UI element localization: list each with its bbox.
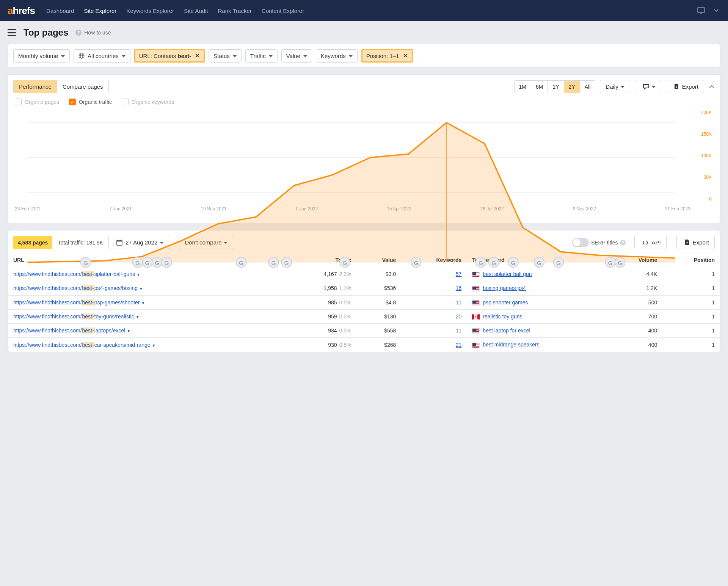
filter-traffic[interactable]: Traffic bbox=[245, 49, 278, 63]
filter-url-contains[interactable]: URL: Contains best-✕ bbox=[134, 49, 205, 63]
close-icon[interactable]: ✕ bbox=[195, 52, 200, 59]
granularity-dropdown[interactable]: Daily bbox=[600, 80, 630, 93]
table-row: https://www.findthisbest.com/best-car-sp… bbox=[8, 338, 720, 352]
legend-organic-pages[interactable]: Organic pages bbox=[15, 99, 59, 105]
range-1m[interactable]: 1M bbox=[515, 81, 531, 93]
caret-icon[interactable]: ▼ bbox=[139, 287, 143, 291]
cell-position: 1 bbox=[662, 338, 720, 352]
top-keyword-link[interactable]: boxing games ps4 bbox=[483, 285, 526, 291]
cell-volume: 700 bbox=[609, 309, 662, 323]
cell-traffic: 9850.5% bbox=[287, 295, 356, 309]
keywords-link[interactable]: 20 bbox=[456, 313, 462, 320]
nav-keywords-explorer[interactable]: Keywords Explorer bbox=[126, 8, 174, 14]
collapse-icon[interactable] bbox=[709, 84, 715, 90]
top-keyword-link[interactable]: psp shooter games bbox=[483, 299, 528, 306]
svg-text:G: G bbox=[414, 260, 418, 266]
range-6m[interactable]: 6M bbox=[531, 81, 548, 93]
monitor-icon[interactable] bbox=[697, 6, 705, 15]
cell-value: $4.8 bbox=[357, 295, 402, 309]
close-icon[interactable]: ✕ bbox=[403, 52, 408, 59]
svg-text:?: ? bbox=[77, 30, 80, 35]
svg-text:G: G bbox=[145, 260, 150, 266]
svg-text:G: G bbox=[155, 260, 159, 266]
nav-content-explorer[interactable]: Content Explorer bbox=[262, 8, 304, 14]
switch-icon[interactable] bbox=[572, 238, 589, 247]
table-row: https://www.findthisbest.com/best-psp-ga… bbox=[8, 295, 720, 309]
filter-keywords[interactable]: Keywords bbox=[316, 49, 358, 63]
logo[interactable]: ahrefs bbox=[8, 5, 35, 17]
caret-icon[interactable]: ▼ bbox=[127, 329, 130, 333]
url-link[interactable]: https://www.findthisbest.com/best-laptop… bbox=[13, 327, 125, 334]
cell-url: https://www.findthisbest.com/best-ps4-ga… bbox=[8, 281, 287, 295]
range-all[interactable]: All bbox=[580, 81, 595, 93]
caret-icon[interactable]: ▼ bbox=[152, 343, 156, 348]
checkbox-icon bbox=[122, 99, 129, 105]
svg-text:G: G bbox=[343, 260, 347, 266]
x-tick: 15 Apr 2022 bbox=[387, 206, 411, 216]
logo-rest: hrefs bbox=[13, 5, 35, 16]
cell-keywords: 11 bbox=[401, 295, 467, 309]
legend-organic-keywords[interactable]: Organic keywords bbox=[122, 99, 174, 105]
export-chart-button[interactable]: Export bbox=[666, 80, 704, 93]
keywords-link[interactable]: 11 bbox=[456, 299, 462, 306]
tab-compare-pages[interactable]: Compare pages bbox=[57, 80, 108, 93]
nav-site-explorer[interactable]: Site Explorer bbox=[84, 8, 116, 14]
chat-icon bbox=[643, 84, 650, 90]
range-1y[interactable]: 1Y bbox=[548, 81, 564, 93]
nav-dashboard[interactable]: Dashboard bbox=[46, 8, 74, 14]
filter-position[interactable]: Position: 1–1✕ bbox=[361, 49, 413, 63]
filter-monthly-volume[interactable]: Monthly volume bbox=[13, 49, 70, 63]
flag-icon bbox=[472, 328, 480, 334]
nav-site-audit[interactable]: Site Audit bbox=[184, 8, 208, 14]
flag-icon bbox=[472, 343, 480, 348]
x-tick: 21 Feb 2023 bbox=[665, 206, 690, 216]
top-keyword-link[interactable]: best midrange speakers bbox=[483, 342, 539, 348]
cell-traffic: 9300.5% bbox=[287, 338, 356, 352]
top-keyword-link[interactable]: realistic toy guns bbox=[483, 313, 522, 320]
url-link[interactable]: https://www.findthisbest.com/best-toy-gu… bbox=[13, 313, 134, 320]
svg-text:G: G bbox=[479, 260, 483, 266]
chart-settings-button[interactable] bbox=[635, 80, 661, 93]
how-to-use-link[interactable]: ? How to use bbox=[75, 29, 111, 36]
x-tick: 23 Feb 2021 bbox=[15, 206, 40, 216]
flag-icon bbox=[472, 286, 480, 291]
x-tick: 1 Jan 2022 bbox=[295, 206, 318, 216]
chart-legend: Organic pages Organic traffic Organic ke… bbox=[8, 93, 720, 108]
url-link[interactable]: https://www.findthisbest.com/best-ps4-ga… bbox=[13, 285, 138, 291]
caret-icon[interactable]: ▼ bbox=[136, 315, 140, 319]
y-tick: 200K bbox=[701, 110, 712, 115]
svg-text:G: G bbox=[556, 260, 561, 266]
caret-icon bbox=[303, 53, 307, 59]
filter-value[interactable]: Value bbox=[281, 49, 312, 63]
filter-status[interactable]: Status bbox=[209, 49, 242, 63]
hamburger-icon[interactable] bbox=[8, 29, 16, 36]
cell-volume: 1.2K bbox=[609, 281, 662, 295]
table-row: https://www.findthisbest.com/best-laptop… bbox=[8, 324, 720, 338]
top-keyword-link[interactable]: best laptop for excel bbox=[483, 327, 530, 334]
keywords-link[interactable]: 16 bbox=[456, 285, 462, 291]
svg-text:G: G bbox=[537, 260, 541, 266]
cell-volume: 500 bbox=[609, 295, 662, 309]
cell-url: https://www.findthisbest.com/best-car-sp… bbox=[8, 338, 287, 352]
cell-top-keyword: psp shooter games bbox=[467, 295, 609, 309]
svg-text:G: G bbox=[284, 260, 289, 266]
legend-organic-traffic[interactable]: Organic traffic bbox=[69, 99, 112, 105]
nav-rank-tracker[interactable]: Rank Tracker bbox=[218, 8, 252, 14]
filter-countries[interactable]: All countries bbox=[74, 49, 130, 63]
time-range-group: 1M 6M 1Y 2Y All bbox=[514, 80, 596, 93]
svg-text:G: G bbox=[618, 260, 622, 266]
cell-keywords: 16 bbox=[401, 281, 467, 295]
user-menu-caret[interactable] bbox=[712, 6, 720, 15]
caret-icon bbox=[233, 53, 237, 59]
tab-performance[interactable]: Performance bbox=[14, 80, 57, 93]
cell-url: https://www.findthisbest.com/best-psp-ga… bbox=[8, 295, 287, 309]
caret-icon[interactable]: ▼ bbox=[141, 301, 145, 305]
keywords-link[interactable]: 11 bbox=[456, 327, 462, 334]
cell-top-keyword: boxing games ps4 bbox=[467, 281, 609, 295]
keywords-link[interactable]: 21 bbox=[456, 342, 462, 348]
url-link[interactable]: https://www.findthisbest.com/best-psp-ga… bbox=[13, 299, 140, 306]
cell-keywords: 21 bbox=[401, 338, 467, 352]
cell-url: https://www.findthisbest.com/best-toy-gu… bbox=[8, 309, 287, 323]
url-link[interactable]: https://www.findthisbest.com/best-car-sp… bbox=[13, 342, 151, 348]
range-2y[interactable]: 2Y bbox=[564, 81, 580, 93]
